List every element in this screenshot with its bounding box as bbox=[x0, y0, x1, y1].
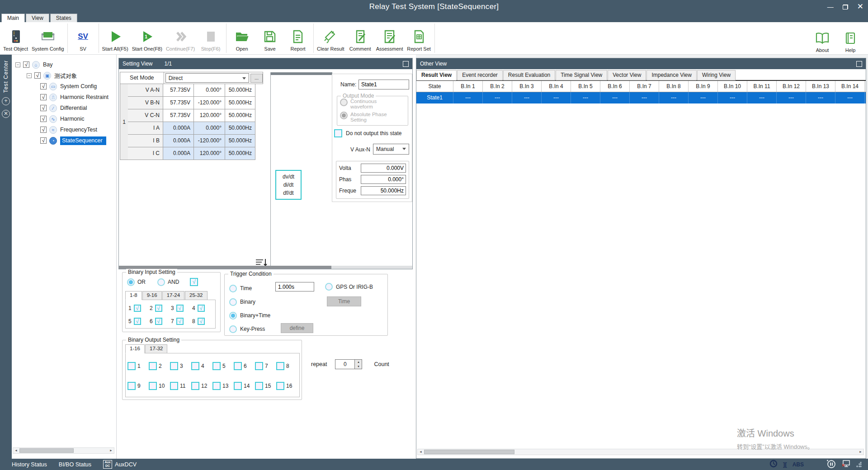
toolbar-button-report-set[interactable]: Report Set bbox=[405, 24, 433, 53]
amplitude-cell[interactable]: 0.000A bbox=[163, 122, 194, 135]
binary-output-channel-7[interactable]: 7 bbox=[255, 357, 276, 375]
trigger-option-key-press[interactable]: Key-Press bbox=[229, 322, 270, 336]
pause-icon[interactable] bbox=[826, 459, 835, 470]
ribbon-tab-states[interactable]: States bbox=[50, 14, 77, 22]
column-header-b-in-6[interactable]: B.In 6 bbox=[600, 81, 630, 92]
tree-item-statesequencer[interactable]: √◔StateSequencer bbox=[12, 135, 116, 146]
channel-checkbox[interactable]: √ bbox=[155, 318, 162, 325]
trigger-option-time[interactable]: Time bbox=[229, 282, 270, 295]
pane-splitter[interactable] bbox=[271, 72, 332, 75]
tree-item-differential[interactable]: √∕Differential bbox=[12, 103, 116, 113]
scroll-left-icon[interactable]: ◄ bbox=[13, 448, 19, 453]
binary-output-channel-13[interactable]: 13 bbox=[212, 377, 234, 395]
binary-output-channel-9[interactable]: 9 bbox=[127, 377, 149, 395]
column-header-state[interactable]: State bbox=[416, 81, 453, 92]
toolbar-button-system-config[interactable]: System Config bbox=[30, 24, 66, 53]
spin-down-icon[interactable]: ▼ bbox=[355, 364, 362, 369]
binary-output-tab-1-16[interactable]: 1-16 bbox=[125, 344, 145, 353]
tree-horizontal-scrollbar[interactable]: ◄ ► bbox=[13, 447, 114, 454]
result-table-row-state1[interactable]: State1----------------------------------… bbox=[416, 92, 866, 103]
bin-result-cell[interactable]: --- bbox=[571, 92, 600, 103]
amplitude-cell[interactable]: 57.735V bbox=[163, 109, 194, 122]
vaux-dropdown[interactable]: Manual bbox=[373, 144, 409, 155]
bibo-status-button[interactable]: BI/BO Status bbox=[59, 461, 91, 468]
tree-checkbox[interactable]: √ bbox=[40, 137, 47, 144]
toolbar-button-assessment[interactable]: Assessment bbox=[374, 24, 405, 53]
other-view-tab-impedance-view[interactable]: Impedance View bbox=[646, 70, 697, 80]
state-name-input[interactable] bbox=[359, 80, 409, 89]
radio-icon[interactable] bbox=[229, 312, 237, 320]
other-view-tab-result-view[interactable]: Result View bbox=[416, 70, 457, 80]
more-options-button[interactable]: ... bbox=[250, 74, 263, 83]
channel-checkbox[interactable]: √ bbox=[134, 305, 141, 312]
channel-checkbox[interactable]: √ bbox=[198, 318, 205, 325]
channel-checkbox[interactable] bbox=[149, 362, 157, 370]
column-header-b-in-4[interactable]: B.In 4 bbox=[542, 81, 571, 92]
amplitude-cell[interactable]: 57.735V bbox=[163, 97, 194, 109]
radio-icon[interactable] bbox=[229, 298, 237, 306]
binary-input-tab-1-8[interactable]: 1-8 bbox=[125, 291, 142, 300]
tree-group-test-object[interactable]: − √ ▣ 测试对象 bbox=[12, 70, 116, 81]
channel-checkbox[interactable] bbox=[170, 362, 178, 370]
tree-checkbox[interactable]: √ bbox=[40, 127, 47, 133]
phase-cell[interactable]: -120.000° bbox=[194, 135, 225, 147]
channel-checkbox[interactable] bbox=[234, 382, 242, 390]
bin-result-cell[interactable]: --- bbox=[512, 92, 542, 103]
setting-row-v-a-n[interactable]: V A-N57.735V0.000°50.000Hz bbox=[128, 84, 255, 97]
bin-result-cell[interactable]: --- bbox=[777, 92, 806, 103]
column-header-b-in-11[interactable]: B.In 11 bbox=[747, 81, 777, 92]
binary-output-channel-3[interactable]: 3 bbox=[170, 357, 191, 375]
binary-input-tab-25-32[interactable]: 25-32 bbox=[185, 291, 207, 300]
binary-output-channel-10[interactable]: 10 bbox=[149, 377, 170, 395]
bin-result-cell[interactable]: --- bbox=[718, 92, 747, 103]
toolbar-button-open[interactable]: Open bbox=[228, 24, 256, 53]
bin-result-cell[interactable]: --- bbox=[453, 92, 483, 103]
phase-cell[interactable]: 120.000° bbox=[194, 147, 225, 160]
binary-input-channel-1[interactable]: 1√ bbox=[128, 302, 150, 314]
bin-result-cell[interactable]: --- bbox=[600, 92, 630, 103]
resize-grip[interactable] bbox=[856, 462, 862, 467]
setting-row-i-c[interactable]: I C0.000A120.000°50.000Hz bbox=[128, 147, 255, 160]
column-header-b-in-5[interactable]: B.In 5 bbox=[571, 81, 600, 92]
binary-output-channel-12[interactable]: 12 bbox=[191, 377, 212, 395]
voltage-input[interactable] bbox=[361, 164, 406, 173]
bin-result-cell[interactable]: --- bbox=[747, 92, 777, 103]
tree-checkbox[interactable]: √ bbox=[40, 83, 47, 89]
channel-checkbox[interactable] bbox=[276, 362, 284, 370]
tree-checkbox[interactable]: √ bbox=[34, 72, 41, 79]
bin-result-cell[interactable]: --- bbox=[630, 92, 659, 103]
network-disconnected-icon[interactable]: ✕ bbox=[841, 460, 851, 469]
column-header-b-in-10[interactable]: B.In 10 bbox=[718, 81, 747, 92]
bin-result-cell[interactable]: --- bbox=[483, 92, 512, 103]
tree-checkbox[interactable]: √ bbox=[40, 105, 47, 111]
scroll-right-icon[interactable]: ► bbox=[108, 448, 114, 453]
radio-icon[interactable] bbox=[325, 283, 333, 291]
repeat-spinner[interactable]: 0 ▲ ▼ bbox=[335, 359, 362, 369]
other-view-tab-event-recorder[interactable]: Event recorder bbox=[457, 70, 503, 80]
bin-result-cell[interactable]: --- bbox=[806, 92, 835, 103]
minimize-icon[interactable]: — bbox=[827, 4, 834, 10]
column-header-b-in-3[interactable]: B.In 3 bbox=[512, 81, 542, 92]
scroll-left-icon[interactable]: ◄ bbox=[418, 449, 424, 455]
time-button[interactable]: Time bbox=[327, 296, 361, 306]
setting-horizontal-scrollbar[interactable] bbox=[119, 266, 412, 269]
trigger-option-binary[interactable]: Binary bbox=[229, 295, 270, 309]
tree-item-harmonic-restraint[interactable]: √⎍Harmonic Restraint bbox=[12, 92, 116, 103]
dvdt-indicator-box[interactable]: dv/dt di/dt df/dt bbox=[275, 170, 302, 200]
setting-row-v-c-n[interactable]: V C-N57.735V120.000°50.000Hz bbox=[128, 109, 255, 122]
column-header-b-in-8[interactable]: B.In 8 bbox=[659, 81, 689, 92]
column-header-b-in-14[interactable]: B.In 14 bbox=[835, 81, 865, 92]
channel-checkbox[interactable] bbox=[276, 382, 284, 390]
column-header-b-in-12[interactable]: B.In 12 bbox=[777, 81, 806, 92]
add-circle-icon[interactable]: + bbox=[2, 97, 10, 105]
ribbon-tab-main[interactable]: Main bbox=[1, 14, 25, 22]
channel-checkbox[interactable]: √ bbox=[134, 318, 141, 325]
frequency-cell[interactable]: 50.000Hz bbox=[225, 97, 255, 109]
binary-input-channel-4[interactable]: 4√ bbox=[192, 302, 213, 314]
close-icon[interactable]: ✕ bbox=[857, 4, 863, 10]
bin-result-cell[interactable]: --- bbox=[659, 92, 689, 103]
restore-icon[interactable] bbox=[843, 5, 848, 9]
or-radio-icon[interactable] bbox=[127, 278, 135, 286]
column-header-b-in-2[interactable]: B.In 2 bbox=[483, 81, 512, 92]
other-view-tab-result-evaluation[interactable]: Result Evaluation bbox=[503, 70, 555, 80]
